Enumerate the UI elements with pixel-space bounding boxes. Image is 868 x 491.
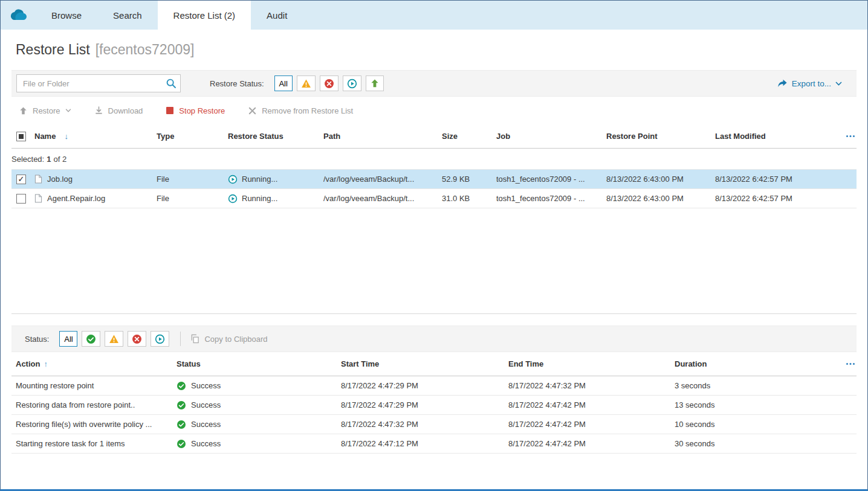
task-action: Mounting restore point <box>11 381 177 390</box>
task-filter-all-button[interactable]: All <box>59 331 77 347</box>
task-status-toolbar: Status: All <box>11 326 857 352</box>
column-header-status[interactable]: Status <box>177 359 341 368</box>
task-action: Restoring data from restore point.. <box>11 400 177 409</box>
actions-toolbar: Restore Download Stop Restor <box>1 97 867 124</box>
column-header-action[interactable]: Action <box>11 359 177 368</box>
task-row[interactable]: Restoring data from restore point.. Succ… <box>11 396 857 415</box>
restore-point: 8/13/2022 6:43:00 PM <box>606 194 715 203</box>
table-row[interactable]: Agent.Repair.log File Running... /var/lo… <box>11 189 857 208</box>
search-icon[interactable] <box>166 78 177 89</box>
restore-status-text: Running... <box>242 194 277 203</box>
column-header-start-time[interactable]: Start Time <box>341 359 508 368</box>
restore-button[interactable]: Restore <box>19 106 71 115</box>
search-input-wrapper <box>16 74 181 92</box>
task-row[interactable]: Starting restore task for 1 items Succes… <box>11 434 857 454</box>
task-duration: 13 seconds <box>675 400 840 409</box>
column-header-end-time[interactable]: End Time <box>508 359 675 368</box>
status-label: Status: <box>25 335 49 344</box>
filter-running-button[interactable] <box>343 75 361 91</box>
warning-icon <box>109 334 119 344</box>
stop-restore-label: Stop Restore <box>179 106 225 115</box>
file-type: File <box>157 175 228 184</box>
column-header-restore-point[interactable]: Restore Point <box>606 132 715 141</box>
column-header-name[interactable]: Name <box>34 132 157 141</box>
task-start-time: 8/17/2022 4:47:32 PM <box>341 420 508 429</box>
copy-to-clipboard-button[interactable]: Copy to Clipboard <box>190 334 267 344</box>
task-action: Starting restore task for 1 items <box>11 439 177 448</box>
remove-x-icon <box>248 106 257 115</box>
column-options-icon[interactable] <box>840 362 857 365</box>
success-icon <box>177 420 186 429</box>
warning-icon <box>301 79 311 89</box>
row-checkbox[interactable] <box>16 175 26 184</box>
task-table-header: Action Status Start Time End Time Durati… <box>11 352 857 376</box>
filter-restored-button[interactable] <box>366 75 384 91</box>
tab-audit[interactable]: Audit <box>251 1 303 30</box>
row-checkbox[interactable] <box>16 194 26 204</box>
column-header-last-modified[interactable]: Last Modified <box>715 132 840 141</box>
task-duration: 3 seconds <box>675 381 840 390</box>
filter-warning-button[interactable] <box>297 75 316 91</box>
task-row[interactable]: Restoring file(s) with overwrite policy … <box>11 415 857 434</box>
table-row[interactable]: Job.log File Running... /var/log/veeam/B… <box>11 170 857 189</box>
restore-status-label: Restore Status: <box>210 79 264 88</box>
success-icon <box>177 439 186 449</box>
task-table: Action Status Start Time End Time Durati… <box>1 352 867 454</box>
file-size: 31.0 KB <box>442 194 496 203</box>
task-start-time: 8/17/2022 4:47:12 PM <box>341 439 508 448</box>
running-icon <box>347 79 357 89</box>
stop-restore-button[interactable]: Stop Restore <box>166 106 225 115</box>
column-options-icon[interactable] <box>840 135 857 138</box>
export-arrow-icon <box>777 79 788 88</box>
task-row[interactable]: Mounting restore point Success 8/17/2022… <box>11 376 857 396</box>
file-job: tosh1_fecentos72009 - ... <box>496 194 606 203</box>
task-filter-failed-button[interactable] <box>128 331 146 347</box>
last-modified: 8/13/2022 6:42:57 PM <box>715 175 840 184</box>
file-name: Agent.Repair.log <box>47 194 105 203</box>
task-start-time: 8/17/2022 4:47:29 PM <box>341 400 508 409</box>
success-icon <box>177 400 186 410</box>
copy-icon <box>190 334 199 344</box>
task-end-time: 8/17/2022 4:47:42 PM <box>508 400 675 409</box>
task-duration: 10 seconds <box>675 420 840 429</box>
column-header-size[interactable]: Size <box>442 132 496 141</box>
page-title: Restore List [fecentos72009] <box>1 30 867 70</box>
column-header-duration[interactable]: Duration <box>675 359 840 368</box>
filter-failed-button[interactable] <box>320 75 338 91</box>
column-header-path[interactable]: Path <box>323 132 442 141</box>
download-label: Download <box>108 106 143 115</box>
task-status-text: Success <box>191 439 221 448</box>
file-table-header: Name Type Restore Status Path Size Job R… <box>11 124 857 149</box>
tab-restore-list[interactable]: Restore List (2) <box>158 1 251 30</box>
column-header-restore-status[interactable]: Restore Status <box>228 132 323 141</box>
task-filter-running-button[interactable] <box>151 331 169 347</box>
task-start-time: 8/17/2022 4:47:29 PM <box>341 381 508 390</box>
restore-label: Restore <box>33 106 60 115</box>
file-path: /var/log/veeam/Backup/t... <box>323 194 442 203</box>
tab-search[interactable]: Search <box>97 1 158 30</box>
task-filter-warning-button[interactable] <box>105 331 123 347</box>
filter-all-button[interactable]: All <box>274 75 293 91</box>
error-icon <box>324 79 334 89</box>
selected-count: 1 <box>47 155 51 164</box>
success-icon <box>86 334 96 344</box>
download-button[interactable]: Download <box>94 106 143 115</box>
search-input[interactable] <box>16 74 181 92</box>
column-header-type[interactable]: Type <box>157 132 228 141</box>
task-end-time: 8/17/2022 4:47:42 PM <box>508 439 675 448</box>
chevron-down-icon <box>65 109 71 112</box>
restore-point: 8/13/2022 6:43:00 PM <box>606 175 715 184</box>
restore-status-text: Running... <box>242 175 277 184</box>
tab-browse[interactable]: Browse <box>36 1 97 30</box>
restore-app-window: Browse Search Restore List (2) Audit Res… <box>0 0 868 491</box>
running-icon <box>228 175 238 184</box>
task-filter-success-button[interactable] <box>82 331 100 347</box>
task-status-text: Success <box>191 381 221 390</box>
chevron-down-icon <box>835 82 842 86</box>
task-status-text: Success <box>191 420 221 429</box>
sort-descending-icon <box>60 132 68 141</box>
select-all-checkbox[interactable] <box>16 132 26 141</box>
export-button[interactable]: Export to... <box>777 79 842 88</box>
column-header-job[interactable]: Job <box>496 132 606 141</box>
remove-from-restore-list-button[interactable]: Remove from Restore List <box>248 106 353 115</box>
